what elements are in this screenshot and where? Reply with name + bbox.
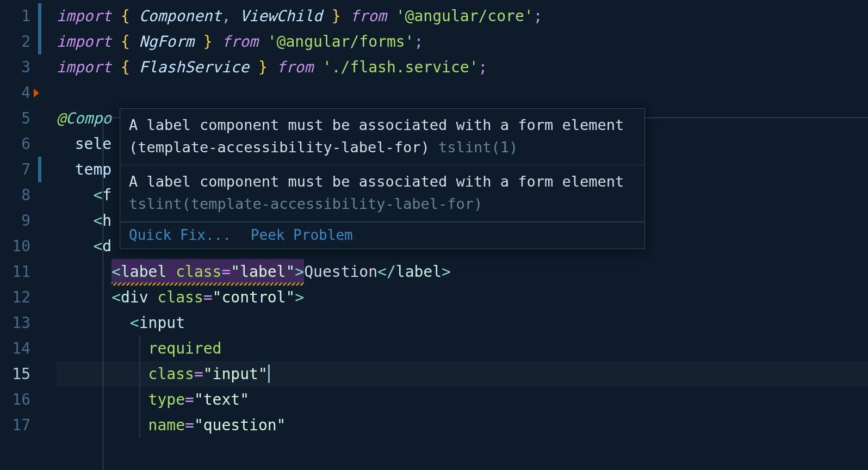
- line-number: 10: [0, 233, 38, 259]
- line-number: 17: [0, 412, 38, 438]
- code-line[interactable]: required: [57, 336, 868, 361]
- line-number: 6: [0, 131, 38, 157]
- line-number: 4: [0, 80, 38, 106]
- hover-message: A label component must be associated wit…: [120, 165, 644, 222]
- line-number: 9: [0, 208, 38, 233]
- lint-highlight[interactable]: <label class="label">: [111, 259, 304, 285]
- line-number: 14: [0, 336, 38, 361]
- quick-fix-link[interactable]: Quick Fix...: [129, 227, 231, 243]
- code-line[interactable]: <div class="control">: [57, 285, 868, 310]
- line-number: 8: [0, 182, 38, 208]
- line-number: 1: [0, 3, 38, 29]
- line-number: 7: [0, 157, 38, 182]
- hover-message: A label component must be associated wit…: [120, 109, 644, 165]
- code-line[interactable]: <input: [57, 310, 868, 336]
- line-number: 3: [0, 54, 38, 80]
- hover-actions: Quick Fix... Peek Problem: [120, 222, 644, 249]
- line-number: 15: [0, 361, 38, 387]
- line-number: 12: [0, 285, 38, 310]
- line-number-gutter: 1 2 3 4 5 6 7 8 9 10 11 12 13 14 15 16 1…: [0, 0, 38, 470]
- peek-problem-link[interactable]: Peek Problem: [251, 227, 353, 243]
- code-line[interactable]: import { Component, ViewChild } from '@a…: [57, 3, 868, 29]
- fold-arrow-icon[interactable]: [34, 89, 39, 97]
- code-line[interactable]: <label class="label">Question</label>: [57, 259, 868, 285]
- line-number: 13: [0, 310, 38, 336]
- code-line[interactable]: class="input": [57, 361, 868, 387]
- text-cursor: [268, 364, 270, 383]
- code-line[interactable]: [57, 80, 868, 106]
- code-line[interactable]: import { NgForm } from '@angular/forms';: [57, 29, 868, 54]
- line-number: 5: [0, 106, 38, 131]
- line-number: 16: [0, 387, 38, 412]
- code-line[interactable]: type="text": [57, 387, 868, 412]
- problem-hover-tooltip: A label component must be associated wit…: [120, 108, 645, 249]
- code-line[interactable]: import { FlashService } from './flash.se…: [57, 54, 868, 80]
- line-number: 11: [0, 259, 38, 285]
- line-number: 2: [0, 29, 38, 54]
- code-line[interactable]: name="question": [57, 412, 868, 438]
